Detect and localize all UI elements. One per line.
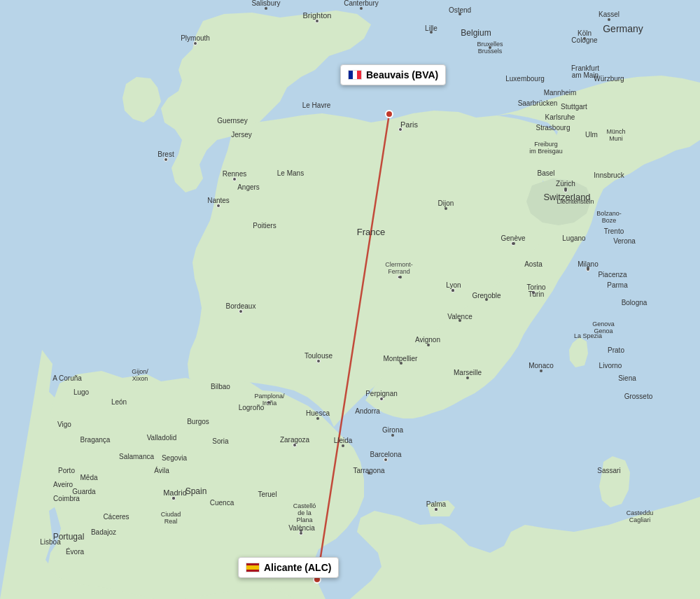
svg-text:Vigo: Vigo — [57, 421, 71, 428]
svg-point-13 — [380, 397, 384, 401]
svg-text:Jersey: Jersey — [231, 131, 251, 139]
svg-text:Canterbury: Canterbury — [344, 0, 378, 7]
svg-text:Bologna: Bologna — [622, 299, 648, 306]
svg-point-11 — [317, 360, 321, 363]
svg-text:Lugo: Lugo — [74, 388, 90, 396]
svg-text:Cuenca: Cuenca — [210, 499, 234, 507]
svg-text:Germany: Germany — [603, 23, 643, 34]
svg-text:Münch: Münch — [606, 128, 625, 135]
svg-text:Belgium: Belgium — [461, 28, 491, 38]
svg-text:Montpellier: Montpellier — [384, 355, 419, 362]
svg-point-14 — [384, 458, 388, 462]
svg-text:Kassel: Kassel — [598, 10, 620, 18]
svg-text:Casteddu: Casteddu — [626, 509, 654, 516]
svg-text:Girona: Girona — [382, 426, 403, 434]
svg-text:Monaco: Monaco — [528, 362, 554, 369]
svg-point-173 — [430, 31, 433, 34]
origin-airport-name: Beauvais (BVA) — [366, 69, 438, 80]
map-container: Brighton Paris Plymouth Brest Rennes Le … — [0, 0, 700, 599]
svg-text:Verona: Verona — [613, 237, 636, 245]
svg-text:Paris: Paris — [400, 120, 419, 129]
svg-point-154 — [400, 362, 402, 365]
svg-text:Lleida: Lleida — [334, 437, 353, 444]
svg-point-158 — [391, 434, 394, 437]
svg-point-6 — [194, 42, 197, 45]
svg-text:Teruel: Teruel — [258, 491, 276, 498]
svg-text:Clermont-: Clermont- — [385, 261, 413, 268]
svg-text:Dijon: Dijon — [438, 199, 454, 207]
destination-airport-name: Alicante (ALC) — [264, 562, 331, 573]
svg-text:La Spezia: La Spezia — [574, 332, 602, 339]
svg-text:im Breisgau: im Breisgau — [529, 148, 563, 155]
svg-text:Le Mans: Le Mans — [277, 169, 304, 177]
svg-point-159 — [368, 472, 370, 474]
svg-point-163 — [300, 529, 302, 532]
svg-point-171 — [608, 18, 610, 21]
svg-text:Liechtenstein: Liechtenstein — [556, 198, 594, 205]
svg-point-8 — [233, 178, 237, 181]
svg-text:Genova: Genova — [592, 320, 615, 327]
svg-text:Andorra: Andorra — [355, 407, 380, 415]
svg-point-165 — [512, 242, 515, 245]
svg-text:Pamplona/: Pamplona/ — [254, 393, 285, 400]
svg-text:Badajoz: Badajoz — [91, 528, 116, 536]
svg-text:Castelló: Castelló — [293, 502, 316, 509]
svg-point-166 — [532, 291, 535, 294]
svg-text:Aveiro: Aveiro — [53, 481, 74, 488]
svg-point-169 — [489, 46, 491, 49]
svg-text:Soria: Soria — [212, 437, 229, 445]
svg-text:Parma: Parma — [607, 281, 628, 289]
svg-text:Zaragoza: Zaragoza — [280, 436, 310, 444]
svg-text:Plymouth: Plymouth — [181, 34, 210, 42]
map-svg: Brighton Paris Plymouth Brest Rennes Le … — [0, 0, 700, 599]
svg-point-168 — [435, 508, 438, 511]
svg-point-150 — [265, 7, 267, 10]
svg-point-175 — [458, 319, 461, 322]
svg-text:León: León — [111, 398, 127, 406]
svg-text:Salisbury: Salisbury — [251, 0, 280, 7]
svg-point-2 — [386, 111, 393, 118]
svg-text:Segovia: Segovia — [162, 454, 188, 462]
svg-text:Freiburg: Freiburg — [534, 141, 558, 148]
svg-point-9 — [217, 204, 220, 208]
svg-text:Zürich: Zürich — [556, 180, 575, 188]
svg-point-15 — [293, 444, 297, 447]
svg-text:Huesca: Huesca — [306, 409, 330, 417]
spain-flag — [246, 563, 260, 572]
svg-text:Bilbao: Bilbao — [211, 383, 230, 390]
svg-point-7 — [164, 158, 168, 162]
svg-text:Guarda: Guarda — [72, 488, 96, 495]
svg-text:A Coruña: A Coruña — [52, 374, 82, 382]
svg-point-18 — [300, 532, 303, 535]
svg-text:Lugano: Lugano — [562, 234, 586, 242]
svg-text:Plana: Plana — [296, 516, 312, 523]
svg-text:Évora: Évora — [66, 547, 85, 556]
svg-text:Saarbrücken: Saarbrücken — [518, 99, 558, 107]
svg-text:Karlsruhe: Karlsruhe — [545, 113, 575, 121]
svg-text:Poitiers: Poitiers — [253, 222, 276, 230]
svg-text:Iruña: Iruña — [262, 400, 277, 407]
svg-text:Logroño: Logroño — [239, 404, 265, 411]
svg-text:Bolzano-: Bolzano- — [596, 210, 622, 217]
svg-text:Madrid: Madrid — [163, 488, 187, 497]
svg-text:Aosta: Aosta — [524, 260, 542, 268]
svg-text:Boze: Boze — [602, 217, 617, 224]
svg-point-164 — [564, 188, 567, 190]
svg-text:Strasbourg: Strasbourg — [536, 124, 570, 132]
svg-text:Sassari: Sassari — [597, 467, 620, 474]
svg-text:Barcelona: Barcelona — [370, 451, 401, 458]
svg-point-152 — [399, 276, 402, 279]
svg-text:Bordeaux: Bordeaux — [226, 302, 256, 310]
svg-text:Toulouse: Toulouse — [304, 352, 332, 360]
svg-point-172 — [458, 13, 461, 15]
svg-point-160 — [342, 444, 344, 447]
svg-text:de la: de la — [298, 509, 312, 516]
svg-text:Cagliari: Cagliari — [629, 516, 651, 523]
svg-text:Gijon/: Gijon/ — [132, 368, 148, 375]
svg-text:Xixon: Xixon — [132, 375, 148, 382]
svg-text:Grosseto: Grosseto — [624, 393, 653, 400]
svg-text:Porto: Porto — [58, 467, 75, 474]
svg-point-156 — [466, 376, 469, 379]
svg-text:Lyon: Lyon — [446, 281, 461, 289]
svg-text:Angers: Angers — [237, 183, 260, 191]
